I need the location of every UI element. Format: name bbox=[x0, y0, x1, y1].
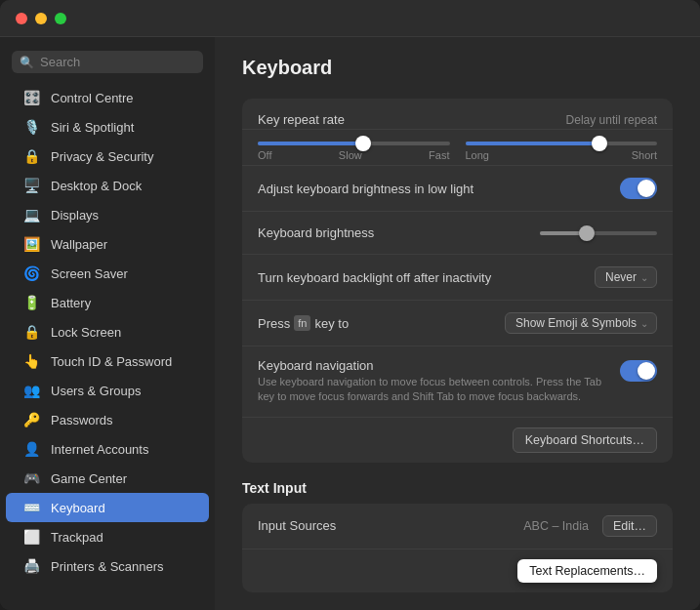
search-icon: 🔍 bbox=[20, 56, 34, 69]
screen-saver-icon: 🌀 bbox=[21, 264, 41, 283]
content-area: 🔍 Search 🎛️ Control Centre 🎙️ Siri & Spo… bbox=[0, 37, 700, 610]
sidebar-item-wallpaper[interactable]: 🖼️ Wallpaper bbox=[6, 229, 209, 259]
delay-repeat-slider-fill bbox=[466, 142, 600, 145]
keyboard-nav-label: Keyboard navigation bbox=[258, 358, 620, 373]
delay-repeat-slider-labels: Long Short bbox=[466, 149, 658, 161]
main-window: 🔍 Search 🎛️ Control Centre 🎙️ Siri & Spo… bbox=[0, 0, 700, 610]
chevron-down-icon: ⌄ bbox=[640, 272, 648, 283]
keyboard-shortcuts-row: Keyboard Shortcuts… bbox=[242, 418, 673, 463]
sidebar-item-touch-id-password[interactable]: 👆 Touch ID & Password bbox=[6, 346, 209, 376]
sidebar-item-trackpad[interactable]: ⬜ Trackpad bbox=[6, 522, 209, 551]
sidebar-item-control-centre[interactable]: 🎛️ Control Centre bbox=[6, 83, 209, 112]
press-fn-label: Press fn key to bbox=[258, 315, 349, 331]
sidebar-item-label: Passwords bbox=[51, 413, 113, 427]
keyboard-shortcuts-button[interactable]: Keyboard Shortcuts… bbox=[513, 427, 657, 453]
delay-repeat-slider-track[interactable] bbox=[466, 142, 658, 145]
key-repeat-slider-track[interactable] bbox=[258, 142, 450, 145]
search-box[interactable]: 🔍 Search bbox=[12, 51, 203, 73]
trackpad-icon: ⬜ bbox=[21, 527, 41, 547]
close-button[interactable] bbox=[16, 13, 27, 24]
sidebar-item-label: Keyboard bbox=[51, 501, 105, 515]
sidebar-item-label: Trackpad bbox=[51, 530, 103, 545]
text-input-section: Input Sources ABC – India Edit… Text Rep… bbox=[242, 504, 673, 592]
control-centre-icon: 🎛️ bbox=[21, 88, 41, 107]
adjust-brightness-toggle-thumb bbox=[638, 180, 655, 197]
sidebar-item-label: Desktop & Dock bbox=[51, 179, 142, 193]
keyboard-brightness-label: Keyboard brightness bbox=[258, 225, 374, 240]
adjust-brightness-label: Adjust keyboard brightness in low light bbox=[258, 182, 474, 196]
sidebar-item-desktop-dock[interactable]: 🖥️ Desktop & Dock bbox=[6, 171, 209, 200]
keyboard-icon: ⌨️ bbox=[21, 498, 41, 517]
key-repeat-slider-container: Off Slow Fast bbox=[258, 138, 450, 161]
key-repeat-label: Key repeat rate bbox=[258, 112, 345, 127]
sidebar-item-screen-saver[interactable]: 🌀 Screen Saver bbox=[6, 259, 209, 288]
input-sources-control: ABC – India Edit… bbox=[523, 515, 657, 537]
minimize-button[interactable] bbox=[35, 13, 47, 24]
printers-icon: 🖨️ bbox=[21, 556, 41, 576]
sidebar-item-label: Printers & Scanners bbox=[51, 559, 164, 574]
passwords-icon: 🔑 bbox=[21, 410, 41, 429]
sidebar-item-printers-scanners[interactable]: 🖨️ Printers & Scanners bbox=[6, 551, 209, 581]
sidebar-item-privacy-security[interactable]: 🔒 Privacy & Security bbox=[6, 142, 209, 171]
page-title: Keyboard bbox=[242, 57, 673, 79]
key-repeat-slider-labels: Off Slow Fast bbox=[258, 149, 450, 161]
privacy-icon: 🔒 bbox=[21, 146, 41, 166]
press-fn-row: Press fn key to Show Emoji & Symbols ⌄ bbox=[242, 301, 673, 346]
slider-headers-row: Key repeat rate Delay until repeat bbox=[242, 99, 673, 130]
battery-icon: 🔋 bbox=[21, 293, 41, 312]
adjust-brightness-row: Adjust keyboard brightness in low light bbox=[242, 166, 673, 212]
sidebar-item-label: Game Center bbox=[51, 471, 127, 486]
search-placeholder: Search bbox=[40, 55, 80, 69]
maximize-button[interactable] bbox=[55, 13, 66, 24]
sidebar-item-label: Touch ID & Password bbox=[51, 354, 172, 369]
delay-repeat-slider-thumb[interactable] bbox=[592, 136, 607, 151]
keyboard-brightness-control bbox=[540, 231, 657, 235]
title-bar bbox=[0, 0, 700, 37]
users-icon: 👥 bbox=[21, 381, 41, 400]
sidebar-item-label: Internet Accounts bbox=[51, 442, 148, 457]
sidebar-item-internet-accounts[interactable]: 👤 Internet Accounts bbox=[6, 434, 209, 464]
edit-button[interactable]: Edit… bbox=[602, 515, 657, 537]
press-fn-select[interactable]: Show Emoji & Symbols ⌄ bbox=[505, 312, 657, 334]
text-replacements-row: Text Replacements… bbox=[242, 549, 673, 592]
turn-off-backlight-select[interactable]: Never ⌄ bbox=[595, 266, 657, 288]
brightness-slider-track[interactable] bbox=[540, 231, 657, 235]
sidebar-item-label: Displays bbox=[51, 208, 99, 223]
key-repeat-fast-label: Fast bbox=[429, 149, 449, 161]
game-center-icon: 🎮 bbox=[21, 468, 41, 488]
brightness-slider-thumb[interactable] bbox=[579, 225, 595, 241]
sidebar-item-keyboard[interactable]: ⌨️ Keyboard bbox=[6, 493, 209, 522]
sidebar-item-lock-screen[interactable]: 🔒 Lock Screen bbox=[6, 317, 209, 346]
keyboard-nav-toggle[interactable] bbox=[620, 360, 657, 382]
sidebar-item-battery[interactable]: 🔋 Battery bbox=[6, 288, 209, 317]
keyboard-nav-toggle-thumb bbox=[638, 362, 655, 380]
lock-screen-icon: 🔒 bbox=[21, 322, 41, 342]
desktop-icon: 🖥️ bbox=[21, 176, 41, 195]
keyboard-nav-row: Keyboard navigation Use keyboard navigat… bbox=[242, 346, 673, 418]
key-repeat-slider-thumb[interactable] bbox=[355, 136, 371, 151]
text-replacements-button[interactable]: Text Replacements… bbox=[517, 559, 657, 583]
adjust-brightness-toggle[interactable] bbox=[620, 178, 657, 199]
wallpaper-icon: 🖼️ bbox=[21, 234, 41, 254]
sidebar-item-label: Control Centre bbox=[51, 91, 134, 105]
key-repeat-off-label: Off bbox=[258, 149, 271, 161]
sidebar-item-game-center[interactable]: 🎮 Game Center bbox=[6, 464, 209, 493]
keyboard-nav-description: Use keyboard navigation to move focus be… bbox=[258, 375, 620, 405]
key-repeat-section: Key repeat rate Delay until repeat Off S… bbox=[242, 99, 673, 463]
turn-off-backlight-value: Never bbox=[605, 270, 637, 284]
input-sources-row: Input Sources ABC – India Edit… bbox=[242, 504, 673, 549]
displays-icon: 💻 bbox=[21, 205, 41, 224]
sidebar-item-label: Users & Groups bbox=[51, 384, 141, 398]
sidebar-item-passwords[interactable]: 🔑 Passwords bbox=[6, 405, 209, 434]
turn-off-backlight-row: Turn keyboard backlight off after inacti… bbox=[242, 255, 673, 301]
sidebar: 🔍 Search 🎛️ Control Centre 🎙️ Siri & Spo… bbox=[0, 37, 215, 610]
main-content: Keyboard Key repeat rate Delay until rep… bbox=[215, 37, 700, 610]
traffic-lights bbox=[16, 13, 66, 24]
sidebar-item-displays[interactable]: 💻 Displays bbox=[6, 200, 209, 229]
sidebar-item-siri-spotlight[interactable]: 🎙️ Siri & Spotlight bbox=[6, 112, 209, 142]
sidebar-item-users-groups[interactable]: 👥 Users & Groups bbox=[6, 376, 209, 405]
sidebar-item-label: Wallpaper bbox=[51, 237, 107, 252]
sliders-row: Off Slow Fast Long Short bbox=[242, 130, 673, 166]
text-input-section-label: Text Input bbox=[242, 480, 673, 496]
key-repeat-slider-fill bbox=[258, 142, 363, 145]
